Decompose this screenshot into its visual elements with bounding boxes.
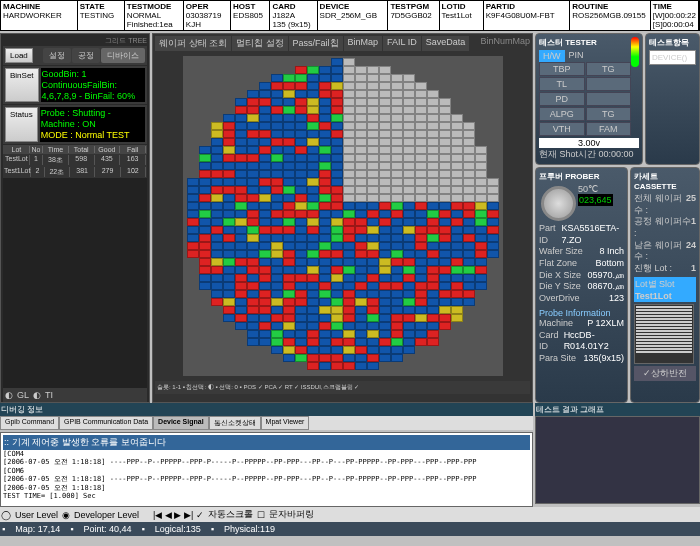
oper-label: OPER (186, 2, 228, 11)
tree-toggle[interactable]: 그리드 TREE (3, 36, 147, 46)
gl-toggle[interactable]: GL (17, 390, 29, 400)
testpgm-label: TESTPGM (390, 2, 436, 11)
card-value: J182A (272, 11, 314, 20)
wafer-toolbar[interactable]: 슬롯: 1-1 ▪ 칩선택: ◐ ▪ 선택: 0 ▪ POS ✓ PCA ✓ R… (155, 381, 530, 394)
ctab-binmap[interactable]: BinMap (344, 36, 383, 51)
v: KSA5516ETA-7.ZO (561, 223, 624, 246)
logtab-gpib[interactable]: Gpib Command (0, 416, 59, 430)
status-logical: Logical:135 (155, 524, 201, 534)
status-point: Point: 40,44 (83, 524, 131, 534)
l: Flat Zone (539, 258, 577, 270)
v: 24 (686, 240, 696, 263)
gcell: PD (539, 92, 585, 106)
ti-toggle[interactable]: TI (45, 390, 53, 400)
log-area[interactable]: :: 기계 제어중 발생한 오류를 보여줍니다 [COM4 [2006-07-0… (0, 432, 533, 507)
v: 135(9x15) (583, 353, 624, 365)
routine-value: ROS256MGB.09155 (572, 11, 648, 20)
status-physical: Physical:119 (224, 524, 275, 534)
l: 공정 웨이퍼수 : (634, 216, 691, 239)
ctab-passfail[interactable]: Pass/Fail칩 (289, 36, 343, 51)
bin-line: MODE : Normal TEST (41, 130, 144, 141)
tab-process[interactable]: 공정 (72, 48, 100, 63)
log-line: [2006-07-05 오전 1:18:18] (3, 484, 530, 492)
v: Bottom (595, 258, 624, 270)
logtab-socket[interactable]: 통신소켓상태 (209, 416, 261, 430)
header-bar: MACHINEHARDWORKER STATETESTING TESTMODEN… (0, 0, 700, 31)
cassette-title: 카세트 CASSETTE (634, 171, 696, 191)
footer-bar: ◯User Level ◉Developer Level |◀ ◀ ▶ ▶| ✓… (0, 507, 700, 522)
machine-label: MACHINE (3, 2, 75, 11)
v: 123 (609, 293, 624, 305)
tab-device[interactable]: 디바이스 (101, 48, 145, 63)
autoscroll[interactable]: 자동스크롤 (208, 508, 253, 521)
l: 전체 웨이퍼수 : (634, 193, 686, 216)
pin-tab[interactable]: PIN (569, 50, 584, 62)
card-value2: 135 (9x15) (272, 20, 314, 29)
binset-button[interactable]: BinSet (5, 68, 39, 102)
th-time[interactable]: Time (43, 146, 69, 153)
graph-title: 테스트 결과 그래프 (535, 403, 700, 416)
ctab-multichip[interactable]: 멀티칩 설정 (232, 36, 288, 51)
logtab-mpat[interactable]: Mpat Viewer (261, 416, 310, 430)
ctab-savedata[interactable]: SaveData (422, 36, 470, 51)
prober-panel: 프루버 PROBER 50℃023,645 Part IDKSA5516ETA-… (535, 167, 628, 403)
gcell: FAM (586, 122, 632, 136)
td: 381 (70, 167, 95, 177)
gcell (586, 77, 632, 91)
th-good[interactable]: Good (95, 146, 121, 153)
th-fail[interactable]: Fail (120, 146, 146, 153)
ctab-wafer[interactable]: 웨이퍼 상태 조회 (155, 36, 231, 51)
l: 남은 웨이퍼수 : (634, 240, 686, 263)
tester-panel: 테스터 TESTER H/WPIN TBPTG TL PD ALPGTG VTH… (535, 33, 643, 165)
td: TestLot (4, 155, 30, 165)
wrap[interactable]: 문자바퍼링 (269, 508, 314, 521)
load-button[interactable]: Load (5, 48, 33, 63)
tab-settings[interactable]: 설정 (43, 48, 71, 63)
logtab-signal[interactable]: Device Signal (153, 416, 209, 430)
signal-icon (631, 37, 639, 67)
l: Wafer Size (539, 246, 583, 258)
l: Die X Size (539, 270, 581, 282)
state-value: TESTING (80, 11, 122, 20)
status-button[interactable]: Status (5, 107, 38, 141)
gcell: TG (586, 62, 632, 76)
hw-tab[interactable]: H/W (539, 50, 565, 62)
testpgm-value: 7D5GGB02 (390, 11, 436, 20)
logtab-comm[interactable]: GPIB Communication Data (59, 416, 153, 430)
l: Machine (539, 318, 573, 330)
l: Die Y Size (539, 281, 581, 293)
gcell: TBP (539, 62, 585, 76)
lotid-value: Test1Lot (442, 11, 481, 20)
td: 279 (95, 167, 120, 177)
gcell: ALPG (539, 107, 585, 121)
table-row[interactable]: TestLot 1 38초 598 435 163 (3, 154, 147, 166)
wafer-map[interactable] (183, 56, 503, 376)
time-label: TIME (653, 2, 696, 11)
binmap-label: BinNumMap (480, 36, 530, 51)
graph-area (535, 416, 700, 504)
device-box[interactable]: DEVICE() (649, 50, 696, 65)
lotid-label: LOTID (442, 2, 481, 11)
td: Test1Lot (4, 167, 31, 177)
dev-level[interactable]: Developer Level (74, 510, 139, 520)
log-line: [2006-07-05 오전 1:18:18] ----PPP--P--PPPP… (3, 458, 530, 466)
th-lot[interactable]: Lot (4, 146, 30, 153)
cassette-icon (634, 304, 694, 364)
testmode-value2: Finished:1ea (127, 20, 181, 29)
right-panel: 테스터 TESTER H/WPIN TBPTG TL PD ALPGTG VTH… (535, 33, 700, 403)
ctab-failid[interactable]: FAIL ID (383, 36, 421, 51)
bin-line: GoodBin: 1 (42, 69, 144, 80)
th-no[interactable]: No (30, 146, 43, 153)
v: 05970.㎛ (587, 270, 624, 282)
flip-button[interactable]: 상하반전 (651, 368, 687, 378)
table-row[interactable]: Test1Lot 2 22초 381 279 102 (3, 166, 147, 178)
items-title: 테스트항목 (649, 37, 696, 48)
probe-hdr: Probe Information (539, 308, 624, 318)
v: 8 Inch (599, 246, 624, 258)
oper-value2: KJH (186, 20, 228, 29)
partid-label: PARTID (486, 2, 567, 11)
lot-value: Test1Lot (635, 291, 672, 301)
user-level[interactable]: User Level (15, 510, 58, 520)
th-total[interactable]: Total (69, 146, 95, 153)
td: 1 (30, 155, 43, 165)
